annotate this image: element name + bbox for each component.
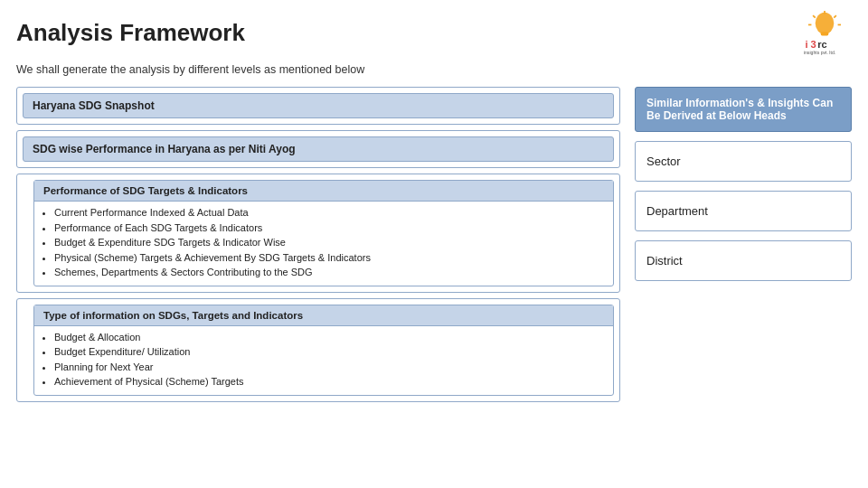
svg-text:3: 3 <box>811 39 816 50</box>
type-info-section-wrapper: Type of information on SDGs, Targets and… <box>16 298 620 402</box>
right-info-box: Similar Information's & Insights Can Be … <box>635 87 852 132</box>
sdg-wise-performance-wrapper: SDG wise Performance in Haryana as per N… <box>16 130 620 168</box>
haryana-sdg-snapshot-box: Haryana SDG Snapshot <box>23 93 614 118</box>
list-item: Planning for Next Year <box>54 360 604 375</box>
list-item: Schemes, Departments & Sectors Contribut… <box>54 265 604 280</box>
subtitle: We shall generate the analysis by differ… <box>16 63 852 76</box>
performance-section-wrapper: Performance of SDG Targets & Indicators … <box>16 174 620 293</box>
performance-section-body: Current Performance Indexed & Actual Dat… <box>34 202 613 286</box>
svg-text:insights pvt. ltd.: insights pvt. ltd. <box>804 50 835 55</box>
list-item: Performance of Each SDG Targets & Indica… <box>54 221 604 236</box>
page-title: Analysis Framework <box>16 19 245 47</box>
main-content: Haryana SDG Snapshot SDG wise Performanc… <box>16 87 852 402</box>
svg-line-4 <box>834 15 836 18</box>
list-item: Budget & Allocation <box>54 330 604 345</box>
performance-section-box: Performance of SDG Targets & Indicators … <box>33 180 614 286</box>
right-panel: Similar Information's & Insights Can Be … <box>635 87 852 402</box>
type-info-section-box: Type of information on SDGs, Targets and… <box>33 305 614 396</box>
header: Analysis Framework i 3 rc insights pvt. … <box>16 9 852 56</box>
left-panel: Haryana SDG Snapshot SDG wise Performanc… <box>16 87 620 402</box>
performance-bullet-list: Current Performance Indexed & Actual Dat… <box>51 205 604 280</box>
district-label-box: District <box>635 240 852 281</box>
performance-section-header: Performance of SDG Targets & Indicators <box>34 181 613 202</box>
logo-container: i 3 rc insights pvt. ltd. <box>797 9 852 56</box>
svg-point-0 <box>816 13 835 34</box>
haryana-sdg-snapshot-wrapper: Haryana SDG Snapshot <box>16 87 620 125</box>
svg-text:rc: rc <box>817 39 827 50</box>
svg-rect-1 <box>821 32 829 35</box>
type-info-bullet-list: Budget & Allocation Budget Expenditure/ … <box>51 330 604 389</box>
list-item: Budget Expenditure/ Utilization <box>54 344 604 360</box>
list-item: Budget & Expenditure SDG Targets & Indic… <box>54 235 604 250</box>
logo-icon: i 3 rc insights pvt. ltd. <box>797 9 852 56</box>
svg-text:i: i <box>806 39 808 50</box>
sector-label-box: Sector <box>635 141 852 182</box>
department-label-box: Department <box>635 191 852 231</box>
type-info-section-header: Type of information on SDGs, Targets and… <box>34 305 613 326</box>
list-item: Physical (Scheme) Targets & Achievement … <box>54 250 604 266</box>
list-item: Achievement of Physical (Scheme) Targets <box>54 374 604 389</box>
sdg-wise-performance-box: SDG wise Performance in Haryana as per N… <box>23 136 614 162</box>
page: Analysis Framework i 3 rc insights pvt. … <box>0 0 868 488</box>
list-item: Current Performance Indexed & Actual Dat… <box>54 205 604 221</box>
type-info-section-body: Budget & Allocation Budget Expenditure/ … <box>34 326 613 395</box>
svg-line-3 <box>813 15 816 18</box>
